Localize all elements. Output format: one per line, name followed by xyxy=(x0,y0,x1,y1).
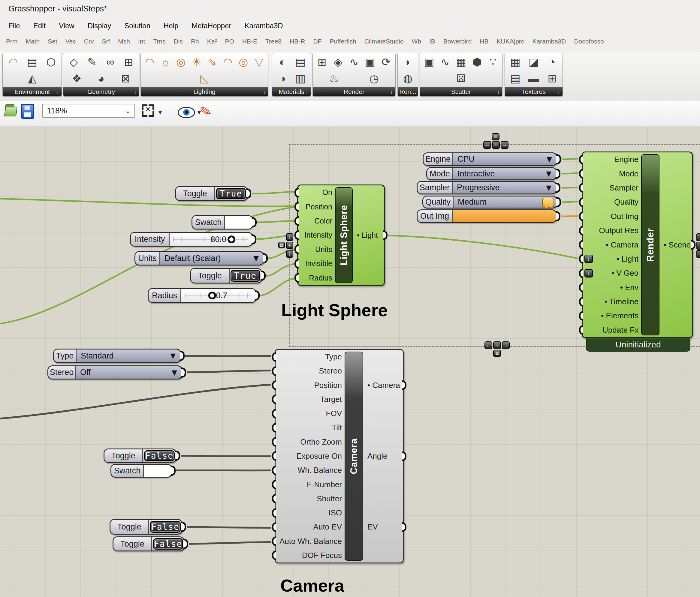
tab-item[interactable]: Msh xyxy=(118,38,130,45)
group-label[interactable]: Ren... xyxy=(398,87,418,96)
sampler-dropdown[interactable]: Sampler Progressive ▼ xyxy=(417,181,557,194)
swatch-color-well[interactable] xyxy=(144,465,171,477)
component-name-bar[interactable]: Render xyxy=(641,154,659,335)
swatch-color-well[interactable] xyxy=(225,216,252,229)
group-label[interactable]: Scatter↓ xyxy=(420,87,502,96)
clipped-button[interactable] xyxy=(696,233,700,241)
port-connector[interactable] xyxy=(295,216,299,226)
clipped-button[interactable] xyxy=(696,250,700,258)
camera-icon[interactable]: ▣ xyxy=(362,54,378,70)
material-doc-icon[interactable]: ▤ xyxy=(293,54,308,70)
tab-item[interactable]: Prm xyxy=(6,38,18,45)
move-down-icon[interactable]: ↓ xyxy=(286,250,293,258)
render-component[interactable]: EngineModeSamplerQualityOut ImgOutput Re… xyxy=(582,152,693,338)
group-label[interactable]: Geometry↓ xyxy=(63,87,139,96)
material-sphere-icon[interactable]: ◐ xyxy=(275,54,290,70)
boolean-toggle-auto-ev[interactable]: Toggle False xyxy=(109,519,182,535)
units-dropdown[interactable]: Units Default (Scalar) ▼ xyxy=(134,251,264,265)
shield-icon[interactable]: ⬡ xyxy=(43,54,59,70)
menu-item[interactable]: File xyxy=(8,22,20,30)
flatten-arrow-icon[interactable]: ↓ xyxy=(584,255,593,263)
save-file-icon[interactable] xyxy=(21,104,34,119)
toggle-value[interactable]: False xyxy=(153,538,183,550)
scatter-mesh-icon[interactable]: ▦ xyxy=(453,54,469,70)
background-image-icon[interactable]: ▤ xyxy=(24,54,40,70)
slider-knob[interactable] xyxy=(208,292,216,300)
flatten-arrow-icon[interactable]: ↓ xyxy=(584,269,593,278)
dropdown-arrow-icon[interactable]: ▼ xyxy=(542,182,556,193)
stereo-dropdown[interactable]: Stereo Off ▼ xyxy=(47,365,182,380)
list-icon[interactable]: ≡ xyxy=(493,350,501,357)
menu-item[interactable]: MetaHopper xyxy=(192,22,231,30)
dice-icon[interactable]: ⚄ xyxy=(453,71,469,86)
tab-item[interactable]: HB-R xyxy=(290,38,305,45)
group-expand-icon[interactable]: ↓ xyxy=(306,89,308,95)
menu-item[interactable]: View xyxy=(59,22,74,30)
teapot-icon[interactable]: ♨ xyxy=(326,71,342,86)
step-prev-icon[interactable]: ← xyxy=(484,341,492,349)
step-add-icon[interactable]: + xyxy=(492,141,500,149)
menu-item[interactable]: Display xyxy=(88,22,111,30)
cone-light-icon[interactable]: ◺ xyxy=(197,71,212,86)
step-next-icon[interactable]: → xyxy=(501,141,508,149)
tab-item[interactable]: DF xyxy=(313,38,322,45)
gradient-sky-icon[interactable]: ▬ xyxy=(526,71,542,86)
render-box-icon[interactable]: ⊞ xyxy=(314,54,330,70)
dropdown-arrow-icon[interactable]: ▼ xyxy=(249,252,263,265)
toggle-value[interactable]: False xyxy=(150,521,181,533)
proxy-glasses-icon[interactable]: ∞ xyxy=(103,54,118,70)
boolean-toggle-invisible[interactable]: Toggle True xyxy=(190,268,262,284)
component-name-bar[interactable]: Camera xyxy=(345,352,363,561)
dropdown-arrow-icon[interactable]: ▼ xyxy=(542,168,556,179)
boolean-toggle-exposure[interactable]: Toggle False xyxy=(104,448,176,463)
menu-item[interactable]: Solution xyxy=(124,22,150,30)
move-up-icon[interactable]: ↑ xyxy=(286,233,293,241)
checker-diagonal-icon[interactable]: ◪ xyxy=(526,54,542,70)
vray-icon[interactable]: ◈ xyxy=(330,54,346,70)
scatter-path-icon[interactable]: ∵ xyxy=(485,54,501,70)
tab-item[interactable]: Set xyxy=(48,38,57,45)
camera-component[interactable]: TypeStereoPositionTargetFOVTiltOrtho Zoo… xyxy=(275,349,404,563)
tab-item[interactable]: PO xyxy=(225,38,234,45)
dome-light-icon[interactable]: ◠ xyxy=(142,54,157,70)
preview-eye-icon[interactable] xyxy=(178,107,195,118)
gradient-rainbow-icon[interactable]: ▤ xyxy=(507,71,523,86)
tab-item[interactable]: ClimateStudio xyxy=(365,38,404,45)
frames-icon[interactable]: ▣ xyxy=(421,54,437,70)
chevron-down-icon[interactable]: ⌄ xyxy=(125,106,131,115)
panel-value[interactable] xyxy=(453,210,556,222)
light-sphere-component[interactable]: OnPositionColorIntensityUnitsInvisibleRa… xyxy=(297,184,385,286)
curve-path-icon[interactable]: ∿ xyxy=(346,54,362,70)
tab-item[interactable]: Rh xyxy=(191,38,199,45)
pencil-surface-icon[interactable]: ✎ xyxy=(84,54,100,70)
toggle-value[interactable]: True xyxy=(230,270,260,282)
grid-icon[interactable]: ▦ xyxy=(278,242,285,249)
slider-track[interactable]: 80.0 xyxy=(170,233,252,246)
tab-item[interactable]: Srf xyxy=(102,38,110,45)
spot-funnel-icon[interactable]: ▽ xyxy=(251,54,267,70)
group-label[interactable]: Materials↓ xyxy=(272,87,311,96)
ies-rays-icon[interactable]: ⇘ xyxy=(204,54,220,70)
tab-item[interactable]: Karamba3D xyxy=(532,38,566,45)
group-label[interactable]: Render↓ xyxy=(313,87,395,96)
checker-sphere-icon[interactable]: ◑ xyxy=(275,71,290,86)
slider-knob[interactable] xyxy=(227,235,235,243)
tab-item[interactable]: Math xyxy=(26,38,40,45)
out-img-panel[interactable]: Out Img xyxy=(417,209,557,223)
step-add-icon[interactable]: + xyxy=(493,341,501,349)
add-item-icon[interactable]: + xyxy=(286,242,293,249)
toggle-value[interactable]: True xyxy=(216,188,246,199)
group-label[interactable]: Textures↓ xyxy=(505,87,562,96)
mesh-box-icon[interactable]: ⊠ xyxy=(118,71,133,86)
denoiser-icon[interactable]: ◗ xyxy=(400,54,416,70)
camera-type-dropdown[interactable]: Type Standard ▼ xyxy=(53,348,181,363)
scatter-curve-icon[interactable]: ∿ xyxy=(438,54,453,70)
value-balloon-icon[interactable] xyxy=(542,198,554,207)
sun-study-icon[interactable]: ☼ xyxy=(157,54,173,70)
timer-icon[interactable]: ◷ xyxy=(366,71,382,86)
group-label[interactable]: Environment↓ xyxy=(3,87,61,96)
engine-dropdown[interactable]: Engine CPU ▼ xyxy=(423,152,557,166)
group-label[interactable]: Lighting↓ xyxy=(141,87,268,96)
step-prev-icon[interactable]: ← xyxy=(483,141,491,149)
component-name-bar[interactable]: Light Sphere xyxy=(335,187,353,283)
